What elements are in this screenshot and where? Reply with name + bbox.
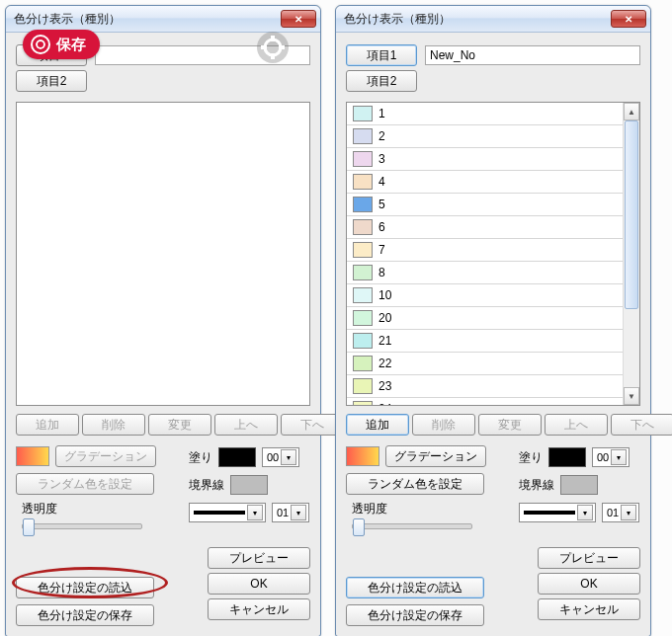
border-line-combo[interactable]: ▾	[519, 503, 596, 522]
down-button[interactable]: 下へ	[611, 414, 672, 436]
color-swatch	[353, 401, 373, 406]
delete-button[interactable]: 削除	[82, 414, 145, 436]
random-color-button[interactable]: ランダム色を設定	[16, 473, 154, 495]
pinterest-save-badge[interactable]: 保存	[23, 30, 100, 59]
list-item-label: 1	[378, 107, 385, 120]
title-bar: 色分け表示（種別） ✕	[336, 6, 650, 33]
list-item-label: 2	[378, 129, 385, 143]
color-swatch	[353, 356, 373, 371]
preview-button[interactable]: プレビュー	[208, 547, 310, 569]
list-item[interactable]: 3	[347, 148, 624, 171]
slider-thumb[interactable]	[23, 518, 35, 536]
gradation-button[interactable]: グラデーション	[55, 445, 156, 467]
scroll-thumb[interactable]	[625, 120, 638, 309]
window-title: 色分け表示（種別）	[14, 11, 281, 28]
slider-thumb[interactable]	[353, 518, 365, 536]
chevron-down-icon: ▾	[621, 505, 636, 520]
change-button[interactable]: 変更	[148, 414, 211, 436]
list-item[interactable]: 6	[347, 216, 624, 239]
add-button[interactable]: 追加	[16, 414, 79, 436]
fill-num-combo[interactable]: 00 ▾	[592, 447, 630, 467]
svg-rect-2	[261, 45, 267, 49]
list-item[interactable]: 7	[347, 239, 624, 262]
load-settings-button[interactable]: 色分け設定の読込	[16, 577, 154, 598]
list-item-label: 5	[378, 198, 385, 211]
fill-label: 塗り	[189, 449, 212, 466]
opacity-label: 透明度	[22, 501, 189, 517]
opacity-slider[interactable]	[22, 523, 142, 529]
item1-button[interactable]: 項目1	[346, 44, 417, 66]
list-item-label: 6	[378, 220, 385, 234]
border-line-combo[interactable]: ▾	[189, 503, 266, 522]
close-button[interactable]: ✕	[281, 10, 316, 28]
fill-color-box[interactable]	[548, 447, 586, 467]
list-item-label: 3	[378, 152, 385, 166]
opacity-label: 透明度	[352, 501, 519, 517]
border-color-box[interactable]	[230, 475, 268, 495]
border-num-combo[interactable]: 01 ▾	[272, 503, 309, 522]
list-item-label: 7	[378, 243, 385, 257]
ok-button[interactable]: OK	[208, 573, 310, 595]
list-item[interactable]: 21	[347, 330, 624, 353]
scroll-track[interactable]	[624, 120, 639, 387]
gradient-sample	[346, 446, 379, 466]
list-item-label: 4	[378, 175, 385, 189]
list-edit-buttons: 追加 削除 変更 上へ 下へ	[346, 414, 640, 436]
load-settings-button[interactable]: 色分け設定の読込	[346, 577, 484, 598]
color-swatch	[353, 310, 373, 326]
item1-field[interactable]	[425, 45, 640, 65]
gradation-button[interactable]: グラデーション	[385, 445, 486, 467]
list-item[interactable]: 23	[347, 375, 624, 398]
list-item[interactable]: 5	[347, 194, 624, 216]
opacity-slider[interactable]	[352, 523, 472, 529]
list-item[interactable]: 4	[347, 171, 624, 194]
list-item-label: 22	[378, 357, 391, 370]
close-button[interactable]: ✕	[611, 10, 646, 28]
color-list[interactable]: 12345678102021222324 ▲ ▼	[346, 102, 640, 406]
scrollbar[interactable]: ▲ ▼	[623, 103, 639, 405]
scroll-up-icon[interactable]: ▲	[624, 103, 639, 120]
add-button[interactable]: 追加	[346, 414, 409, 436]
color-swatch	[353, 242, 373, 258]
save-settings-button[interactable]: 色分け設定の保存	[16, 604, 154, 626]
item2-button[interactable]: 項目2	[16, 70, 87, 92]
list-item[interactable]: 8	[347, 262, 624, 284]
change-button[interactable]: 変更	[478, 414, 542, 436]
delete-button[interactable]: 削除	[412, 414, 475, 436]
up-button[interactable]: 上へ	[214, 414, 278, 436]
list-item[interactable]: 10	[347, 284, 624, 307]
preview-button[interactable]: プレビュー	[538, 547, 640, 569]
border-label: 境界線	[189, 477, 224, 494]
color-swatch	[353, 378, 373, 394]
fill-num-combo[interactable]: 00 ▾	[262, 447, 299, 467]
cancel-button[interactable]: キャンセル	[538, 598, 640, 620]
search-lens-icon[interactable]	[255, 30, 291, 65]
random-color-button[interactable]: ランダム色を設定	[346, 473, 484, 495]
up-button[interactable]: 上へ	[545, 414, 608, 436]
fill-label: 塗り	[519, 449, 543, 466]
title-bar: 色分け表示（種別） ✕	[6, 6, 320, 33]
svg-rect-5	[271, 53, 275, 59]
list-item[interactable]: 20	[347, 307, 624, 330]
list-item[interactable]: 22	[347, 353, 624, 375]
list-item-label: 23	[378, 379, 391, 393]
list-item[interactable]: 24	[347, 398, 624, 406]
scroll-down-icon[interactable]: ▼	[624, 387, 639, 405]
border-num-combo[interactable]: 01 ▾	[602, 503, 639, 522]
item2-button[interactable]: 項目2	[346, 70, 417, 92]
color-swatch	[353, 197, 373, 212]
color-list	[16, 102, 310, 406]
cancel-button[interactable]: キャンセル	[208, 598, 310, 620]
list-item[interactable]: 2	[347, 125, 624, 148]
chevron-down-icon: ▾	[611, 449, 627, 465]
border-color-box[interactable]	[560, 475, 598, 495]
list-item-label: 20	[378, 311, 391, 325]
list-item-label: 21	[378, 334, 391, 348]
color-swatch	[353, 128, 373, 144]
ok-button[interactable]: OK	[538, 573, 640, 595]
list-item[interactable]: 1	[347, 103, 624, 125]
fill-color-box[interactable]	[218, 447, 256, 467]
color-swatch	[353, 106, 373, 121]
gradient-sample	[16, 446, 49, 466]
save-settings-button[interactable]: 色分け設定の保存	[346, 604, 484, 626]
